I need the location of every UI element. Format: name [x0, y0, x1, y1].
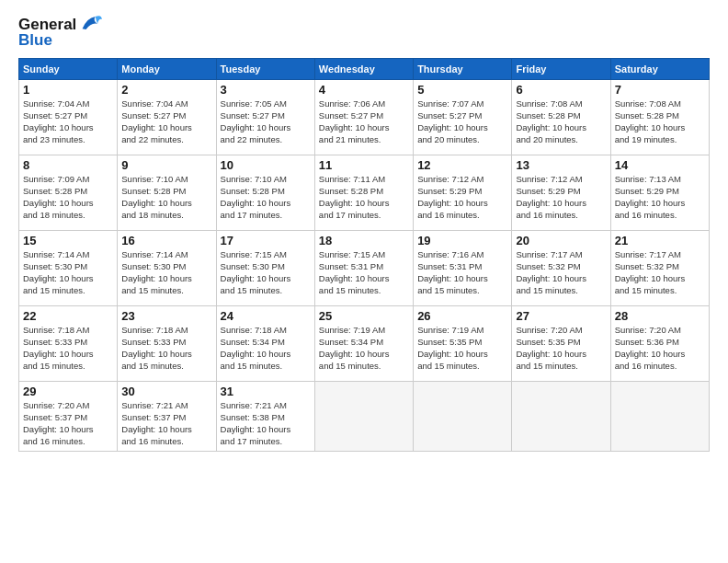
calendar-cell: 5Sunrise: 7:07 AM Sunset: 5:27 PM Daylig… — [414, 80, 512, 155]
calendar-cell: 27Sunrise: 7:20 AM Sunset: 5:35 PM Dayli… — [512, 306, 610, 382]
day-info: Sunrise: 7:17 AM Sunset: 5:32 PM Dayligh… — [516, 249, 606, 296]
day-info: Sunrise: 7:11 AM Sunset: 5:28 PM Dayligh… — [319, 174, 409, 221]
calendar-cell: 24Sunrise: 7:18 AM Sunset: 5:34 PM Dayli… — [216, 306, 314, 382]
day-info: Sunrise: 7:20 AM Sunset: 5:36 PM Dayligh… — [615, 325, 705, 372]
day-info: Sunrise: 7:10 AM Sunset: 5:28 PM Dayligh… — [121, 174, 211, 221]
day-number: 18 — [319, 234, 409, 247]
day-number: 8 — [23, 158, 113, 172]
day-number: 26 — [417, 309, 507, 323]
calendar-cell: 7Sunrise: 7:08 AM Sunset: 5:28 PM Daylig… — [610, 80, 709, 155]
day-info: Sunrise: 7:14 AM Sunset: 5:30 PM Dayligh… — [121, 249, 211, 296]
weekday-header-cell: Thursday — [414, 59, 512, 80]
calendar-cell — [414, 382, 512, 451]
calendar-week-row: 1Sunrise: 7:04 AM Sunset: 5:27 PM Daylig… — [19, 80, 710, 155]
day-number: 4 — [319, 83, 409, 97]
day-info: Sunrise: 7:15 AM Sunset: 5:30 PM Dayligh… — [221, 249, 311, 296]
calendar-cell: 30Sunrise: 7:21 AM Sunset: 5:37 PM Dayli… — [118, 382, 216, 451]
day-number: 25 — [319, 309, 409, 323]
day-info: Sunrise: 7:07 AM Sunset: 5:27 PM Dayligh… — [417, 98, 507, 145]
day-info: Sunrise: 7:14 AM Sunset: 5:30 PM Dayligh… — [23, 249, 113, 296]
calendar-cell — [512, 382, 610, 451]
day-info: Sunrise: 7:17 AM Sunset: 5:32 PM Dayligh… — [615, 249, 705, 296]
calendar-cell — [314, 382, 413, 451]
day-number: 10 — [221, 158, 311, 172]
calendar-cell: 3Sunrise: 7:05 AM Sunset: 5:27 PM Daylig… — [216, 80, 314, 155]
day-info: Sunrise: 7:05 AM Sunset: 5:27 PM Dayligh… — [221, 98, 311, 145]
day-info: Sunrise: 7:19 AM Sunset: 5:34 PM Dayligh… — [319, 325, 409, 372]
day-number: 23 — [121, 309, 211, 323]
calendar-cell — [610, 382, 709, 451]
day-info: Sunrise: 7:09 AM Sunset: 5:28 PM Dayligh… — [23, 174, 113, 221]
day-number: 29 — [23, 385, 113, 398]
calendar-week-row: 22Sunrise: 7:18 AM Sunset: 5:33 PM Dayli… — [19, 306, 710, 382]
weekday-header-row: SundayMondayTuesdayWednesdayThursdayFrid… — [19, 59, 710, 80]
day-info: Sunrise: 7:10 AM Sunset: 5:28 PM Dayligh… — [221, 174, 311, 221]
day-number: 21 — [615, 234, 705, 247]
day-number: 31 — [221, 385, 311, 398]
day-number: 3 — [221, 83, 311, 97]
day-info: Sunrise: 7:06 AM Sunset: 5:27 PM Dayligh… — [319, 98, 409, 145]
day-info: Sunrise: 7:20 AM Sunset: 5:37 PM Dayligh… — [23, 400, 113, 447]
day-number: 16 — [121, 234, 211, 247]
weekday-header-cell: Monday — [118, 59, 216, 80]
calendar-cell: 4Sunrise: 7:06 AM Sunset: 5:27 PM Daylig… — [314, 80, 413, 155]
day-info: Sunrise: 7:21 AM Sunset: 5:37 PM Dayligh… — [121, 400, 211, 447]
header: General Blue — [18, 17, 710, 49]
weekday-header-cell: Tuesday — [216, 59, 314, 80]
day-info: Sunrise: 7:21 AM Sunset: 5:38 PM Dayligh… — [221, 400, 311, 447]
calendar-cell: 17Sunrise: 7:15 AM Sunset: 5:30 PM Dayli… — [216, 231, 314, 306]
calendar-cell: 14Sunrise: 7:13 AM Sunset: 5:29 PM Dayli… — [610, 155, 709, 231]
day-info: Sunrise: 7:19 AM Sunset: 5:35 PM Dayligh… — [417, 325, 507, 372]
day-info: Sunrise: 7:15 AM Sunset: 5:31 PM Dayligh… — [319, 249, 409, 296]
calendar-cell: 6Sunrise: 7:08 AM Sunset: 5:28 PM Daylig… — [512, 80, 610, 155]
calendar-cell: 16Sunrise: 7:14 AM Sunset: 5:30 PM Dayli… — [118, 231, 216, 306]
calendar-cell: 23Sunrise: 7:18 AM Sunset: 5:33 PM Dayli… — [118, 306, 216, 382]
day-number: 27 — [516, 309, 606, 323]
calendar-cell: 1Sunrise: 7:04 AM Sunset: 5:27 PM Daylig… — [19, 80, 118, 155]
day-info: Sunrise: 7:18 AM Sunset: 5:34 PM Dayligh… — [221, 325, 311, 372]
day-info: Sunrise: 7:08 AM Sunset: 5:28 PM Dayligh… — [516, 98, 606, 145]
calendar-cell: 9Sunrise: 7:10 AM Sunset: 5:28 PM Daylig… — [118, 155, 216, 231]
day-number: 5 — [417, 83, 507, 97]
calendar-cell: 31Sunrise: 7:21 AM Sunset: 5:38 PM Dayli… — [216, 382, 314, 451]
day-info: Sunrise: 7:04 AM Sunset: 5:27 PM Dayligh… — [121, 98, 211, 145]
calendar-cell: 18Sunrise: 7:15 AM Sunset: 5:31 PM Dayli… — [314, 231, 413, 306]
day-number: 13 — [516, 158, 606, 172]
calendar-cell: 26Sunrise: 7:19 AM Sunset: 5:35 PM Dayli… — [414, 306, 512, 382]
day-number: 1 — [23, 83, 113, 97]
day-info: Sunrise: 7:08 AM Sunset: 5:28 PM Dayligh… — [615, 98, 705, 145]
day-number: 28 — [615, 309, 705, 323]
page: General Blue SundayMondayTuesdayWednesda… — [0, 0, 728, 563]
calendar-week-row: 8Sunrise: 7:09 AM Sunset: 5:28 PM Daylig… — [19, 155, 710, 231]
calendar-cell: 13Sunrise: 7:12 AM Sunset: 5:29 PM Dayli… — [512, 155, 610, 231]
logo-blue: Blue — [18, 32, 103, 50]
calendar-cell: 28Sunrise: 7:20 AM Sunset: 5:36 PM Dayli… — [610, 306, 709, 382]
logo: General Blue — [18, 17, 103, 49]
day-info: Sunrise: 7:20 AM Sunset: 5:35 PM Dayligh… — [516, 325, 606, 372]
day-number: 6 — [516, 83, 606, 97]
calendar-cell: 22Sunrise: 7:18 AM Sunset: 5:33 PM Dayli… — [19, 306, 118, 382]
day-number: 30 — [121, 385, 211, 398]
calendar-cell: 2Sunrise: 7:04 AM Sunset: 5:27 PM Daylig… — [118, 80, 216, 155]
day-number: 14 — [615, 158, 705, 172]
calendar-week-row: 15Sunrise: 7:14 AM Sunset: 5:30 PM Dayli… — [19, 231, 710, 306]
calendar-cell: 19Sunrise: 7:16 AM Sunset: 5:31 PM Dayli… — [414, 231, 512, 306]
day-number: 9 — [121, 158, 211, 172]
calendar-cell: 10Sunrise: 7:10 AM Sunset: 5:28 PM Dayli… — [216, 155, 314, 231]
day-number: 19 — [417, 234, 507, 247]
calendar-cell: 25Sunrise: 7:19 AM Sunset: 5:34 PM Dayli… — [314, 306, 413, 382]
day-info: Sunrise: 7:18 AM Sunset: 5:33 PM Dayligh… — [121, 325, 211, 372]
weekday-header-cell: Sunday — [19, 59, 118, 80]
day-info: Sunrise: 7:18 AM Sunset: 5:33 PM Dayligh… — [23, 325, 113, 372]
calendar-cell: 20Sunrise: 7:17 AM Sunset: 5:32 PM Dayli… — [512, 231, 610, 306]
day-info: Sunrise: 7:12 AM Sunset: 5:29 PM Dayligh… — [417, 174, 507, 221]
calendar-week-row: 29Sunrise: 7:20 AM Sunset: 5:37 PM Dayli… — [19, 382, 710, 451]
day-info: Sunrise: 7:04 AM Sunset: 5:27 PM Dayligh… — [23, 98, 113, 145]
day-number: 17 — [221, 234, 311, 247]
calendar-cell: 21Sunrise: 7:17 AM Sunset: 5:32 PM Dayli… — [610, 231, 709, 306]
day-info: Sunrise: 7:13 AM Sunset: 5:29 PM Dayligh… — [615, 174, 705, 221]
calendar-cell: 11Sunrise: 7:11 AM Sunset: 5:28 PM Dayli… — [314, 155, 413, 231]
day-info: Sunrise: 7:16 AM Sunset: 5:31 PM Dayligh… — [417, 249, 507, 296]
day-number: 20 — [516, 234, 606, 247]
weekday-header-cell: Friday — [512, 59, 610, 80]
